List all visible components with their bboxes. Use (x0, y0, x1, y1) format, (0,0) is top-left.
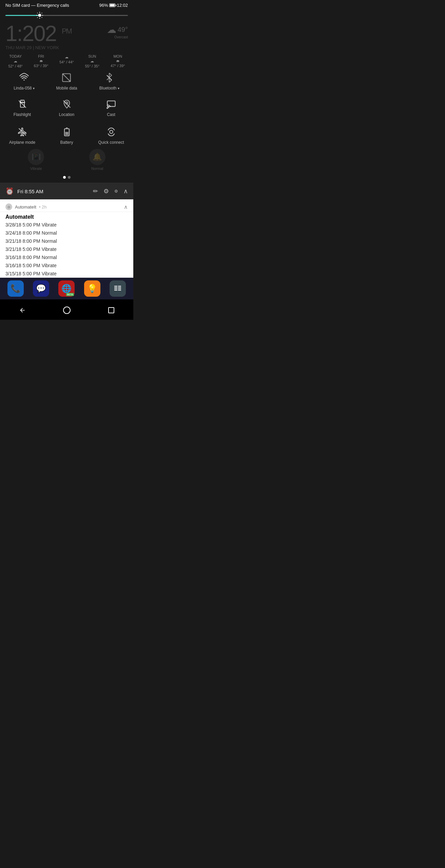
svg-point-0 (38, 14, 41, 17)
svg-line-3 (37, 13, 38, 13)
brightness-row (0, 9, 133, 23)
battery-tile-label: Battery (60, 140, 73, 145)
airplane-mode-tile[interactable]: Airplane mode (0, 121, 44, 149)
battery-percent: 96% (99, 3, 108, 8)
edit-alarm-icon[interactable]: ✏ (93, 188, 98, 195)
forecast-fri: FRI 🌧 63° / 39° (34, 54, 48, 68)
brightness-slider[interactable] (5, 11, 128, 20)
clock: 12:02 (117, 3, 128, 8)
dock-app-1[interactable]: 📞 (7, 280, 24, 297)
alarm-clock-icon: ⏰ (5, 187, 14, 195)
bluetooth-icon (104, 73, 114, 82)
recents-button[interactable] (104, 303, 118, 317)
page-dot-1[interactable] (63, 176, 66, 179)
svg-point-20 (107, 108, 108, 108)
vibrate-label: Vibrate (30, 166, 42, 171)
cast-icon (107, 99, 116, 110)
notification-panel: ⊙ AutomatеIt • 2h ∧ AutomatеIt 3/28/18 5… (0, 199, 133, 278)
svg-rect-32 (118, 289, 121, 289)
airplane-mode-label: Airplane mode (9, 140, 35, 145)
mobile-data-icon-wrap (60, 71, 73, 84)
cast-label: Cast (107, 112, 115, 117)
wifi-icon (19, 73, 29, 82)
notification-item-7: 3/15/18 5:00 PM Vibrate (0, 270, 133, 278)
forecast-sun: SUN ☁ 55° / 35° (85, 54, 99, 68)
app-dock: 📞 💬 🌐 BETA 💡 (0, 278, 133, 299)
lock-widget: 1:202 PM THU MAR 29 | NEW YORK ☁ 49° Ove… (0, 23, 133, 53)
svg-rect-30 (118, 286, 121, 287)
bluetooth-icon-wrap (102, 71, 116, 84)
forecast-sat: ☁ 54° / 44° (59, 54, 74, 68)
location-label: Location (59, 112, 74, 117)
page-dot-2[interactable] (68, 176, 71, 179)
airplane-mode-icon (18, 126, 27, 137)
nav-bar (0, 299, 133, 320)
recents-square (108, 307, 114, 313)
mobile-data-toggle[interactable]: Mobile data (53, 71, 80, 91)
alarm-settings-icon[interactable]: ⚙ (103, 188, 109, 195)
location-icon (62, 99, 72, 110)
quick-toggles-row: Linda-058 ▾ Mobile data Bluetooth ▾ (0, 70, 133, 91)
normal-label: Normal (91, 166, 103, 171)
forecast-today: TODAY ☁ 52° / 48° (8, 54, 22, 68)
lock-time: 1:202 PM (5, 23, 72, 44)
notification-item-3: 3/21/18 8:00 PM Normal (0, 237, 133, 245)
alarm-extra-icon[interactable]: ⚙ (114, 189, 118, 194)
status-right: 96% 12:02 (99, 3, 128, 8)
svg-line-7 (37, 17, 38, 18)
notification-time-ago: • 2h (39, 204, 47, 210)
app-icon: ⊙ (5, 203, 12, 210)
alarm-right: ✏ ⚙ ⚙ ∧ (93, 188, 128, 195)
forecast-mon: MON 🌧 47° / 39° (111, 54, 125, 68)
dock-app-4[interactable]: 💡 (84, 280, 100, 297)
ringer-normal: 🔔 Normal (89, 149, 105, 171)
svg-line-8 (42, 13, 42, 13)
weather-temp: 49° (118, 26, 128, 34)
bluetooth-toggle[interactable]: Bluetooth ▾ (96, 71, 123, 91)
weather-label: Overcast (114, 35, 128, 39)
alarm-bar: ⏰ Fri 8:55 AM ✏ ⚙ ⚙ ∧ (0, 183, 133, 199)
notification-item-1: 3/28/18 5:00 PM Vibrate (0, 221, 133, 229)
notification-header: ⊙ AutomatеIt • 2h ∧ (0, 199, 133, 212)
notification-item-5: 3/16/18 8:00 PM Normal (0, 253, 133, 261)
cast-tile[interactable]: Cast (89, 93, 133, 121)
lock-date: THU MAR 29 | NEW YORK (5, 45, 72, 50)
notification-item-6: 3/16/18 5:00 PM Vibrate (0, 261, 133, 270)
notification-item-2: 3/24/18 8:00 PM Normal (0, 229, 133, 237)
notification-expand-icon[interactable]: ∧ (124, 204, 128, 210)
notification-title: AutomatеIt (0, 212, 133, 221)
home-button[interactable] (60, 303, 74, 317)
alarm-time: Fri 8:55 AM (17, 189, 43, 194)
battery-tile-icon (62, 126, 72, 137)
vibrate-icon: 📳 (28, 149, 44, 165)
battery-tile[interactable]: Battery (44, 121, 89, 149)
quick-connect-tile[interactable]: Quick connect (89, 121, 133, 149)
ringer-vibrate: 📳 Vibrate (28, 149, 44, 171)
alarm-expand-icon[interactable]: ∧ (123, 188, 128, 195)
normal-icon: 🔔 (89, 149, 105, 165)
svg-point-25 (110, 130, 113, 133)
ringer-row: 📳 Vibrate 🔔 Normal (0, 149, 133, 173)
dock-app-2[interactable]: 💬 (33, 280, 49, 297)
back-button[interactable] (16, 303, 29, 317)
dock-app-3[interactable]: 🌐 BETA (58, 280, 75, 297)
home-circle (63, 307, 71, 314)
svg-rect-33 (118, 290, 121, 291)
svg-rect-27 (114, 287, 117, 288)
dock-app-5[interactable] (110, 280, 126, 297)
wifi-toggle[interactable]: Linda-058 ▾ (11, 71, 38, 91)
flashlight-tile[interactable]: Flashlight (0, 93, 44, 121)
location-tile[interactable]: Location (44, 93, 89, 121)
status-bar: No SIM card — Emergency calls 96% 12:02 (0, 0, 133, 9)
svg-rect-24 (65, 132, 68, 135)
notification-item-4: 3/21/18 5:00 PM Vibrate (0, 245, 133, 253)
bluetooth-chevron: ▾ (118, 86, 119, 90)
brightness-icon (36, 12, 43, 19)
brightness-fill (5, 15, 40, 16)
wifi-icon-wrap (17, 71, 31, 84)
svg-line-11 (63, 74, 71, 81)
svg-rect-28 (114, 289, 117, 289)
bluetooth-label: Bluetooth (99, 86, 117, 91)
page-dots (0, 173, 133, 183)
wifi-chevron: ▾ (33, 86, 35, 90)
